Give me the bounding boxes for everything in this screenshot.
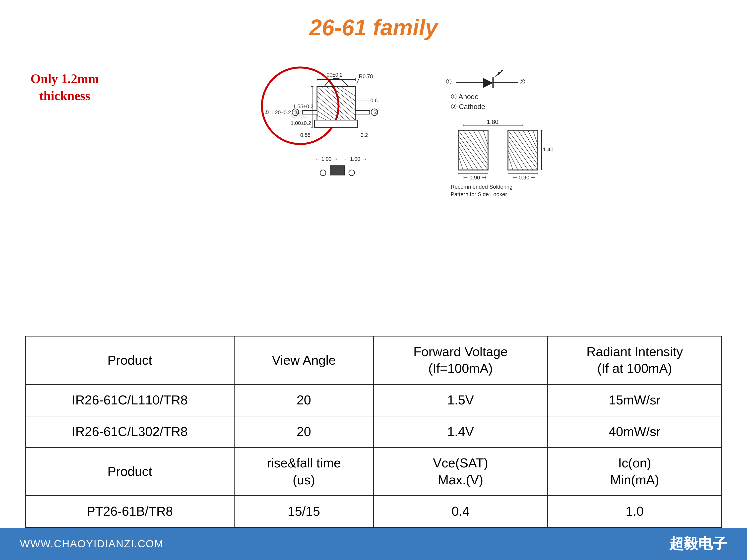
svg-line-83 xyxy=(508,140,528,170)
table-row-2: IR26-61C/L302/TR8 20 1.4V 40mW/sr xyxy=(25,416,722,448)
row2-fv: 1.4V xyxy=(374,416,547,448)
row3-ic: 1.0 xyxy=(547,496,722,527)
svg-text:Pattern for Side Looker: Pattern for Side Looker xyxy=(451,191,507,197)
header-radiant-intensity: Radiant Intensity (If at 100mA) xyxy=(547,336,722,384)
header-rise-fall: rise&fall time (us) xyxy=(234,448,374,496)
svg-line-18 xyxy=(317,106,336,120)
svg-line-68 xyxy=(483,130,488,145)
svg-text:1.80: 1.80 xyxy=(487,118,498,125)
svg-line-13 xyxy=(336,87,355,101)
table-row-3: PT26-61B/TR8 15/15 0.4 1.0 xyxy=(25,496,722,527)
svg-line-7 xyxy=(357,79,359,84)
svg-text:0.2: 0.2 xyxy=(361,132,368,138)
svg-line-73 xyxy=(458,155,463,170)
svg-rect-23 xyxy=(355,110,370,114)
svg-text:①: ① xyxy=(294,109,299,115)
specs-table: Product View Angle Forward Voltage (If=1… xyxy=(25,336,722,528)
main-container: 26-61 family Only 1.2mm thickness Ofit. xyxy=(0,0,747,560)
svg-line-19 xyxy=(317,110,331,120)
svg-text:0.6: 0.6 xyxy=(370,98,378,103)
svg-line-84 xyxy=(508,145,523,170)
svg-text:00±0.2: 00±0.2 xyxy=(327,72,343,78)
header-view-angle: View Angle xyxy=(234,336,374,384)
svg-line-86 xyxy=(508,155,513,170)
svg-text:① Anode: ① Anode xyxy=(451,93,479,101)
left-label: Only 1.2mm thickness xyxy=(30,51,100,104)
diagram-section: Only 1.2mm thickness Ofit. 00±0.2 xyxy=(0,51,747,333)
footer-company: 超毅电子 xyxy=(669,534,727,554)
svg-line-65 xyxy=(468,130,488,160)
diagrams-center: Ofit. 00±0.2 R0.78 xyxy=(100,51,717,202)
row2-product: IR26-61C/L302/TR8 xyxy=(25,416,234,448)
row1-view: 20 xyxy=(234,384,374,416)
svg-line-63 xyxy=(458,130,488,170)
svg-text:② Cathode: ② Cathode xyxy=(451,103,485,110)
table-header-row-1: Product View Angle Forward Voltage (If=1… xyxy=(25,336,722,384)
svg-line-66 xyxy=(473,130,488,155)
header-forward-voltage: Forward Voltage (If=100mA) xyxy=(374,336,547,384)
main-component-diagram: Ofit. 00±0.2 R0.78 xyxy=(249,55,423,180)
footer: WWW.CHAOYIDIANZI.COM 超毅电子 xyxy=(0,528,747,560)
svg-text:← 1.00 →: ← 1.00 → xyxy=(314,156,338,162)
schematic-symbol: ① ② xyxy=(443,63,531,113)
svg-rect-45 xyxy=(330,165,344,175)
right-diagrams: ① ② xyxy=(443,63,568,202)
row3-product: PT26-61B/TR8 xyxy=(25,496,234,527)
row1-fv: 1.5V xyxy=(374,384,547,416)
title-section: 26-61 family xyxy=(0,0,747,51)
svg-line-12 xyxy=(331,87,355,106)
row3-vce: 0.4 xyxy=(374,496,547,527)
svg-line-15 xyxy=(317,91,351,120)
row1-ri: 15mW/sr xyxy=(547,384,722,416)
svg-point-43 xyxy=(320,170,326,176)
header-ic: Ic(on) Min(mA) xyxy=(547,448,722,496)
svg-text:R0.78: R0.78 xyxy=(359,74,373,79)
header-product-1: Product xyxy=(25,336,234,384)
svg-rect-22 xyxy=(303,110,317,114)
top-diagrams: Ofit. 00±0.2 R0.78 xyxy=(100,55,717,202)
svg-line-81 xyxy=(533,130,538,145)
svg-line-76 xyxy=(508,130,538,170)
svg-text:1.40: 1.40 xyxy=(543,146,553,153)
table-section: Product View Angle Forward Voltage (If=1… xyxy=(0,336,747,528)
thickness-label: Only 1.2mm thickness xyxy=(30,71,100,104)
table-row-1: IR26-61C/L110/TR8 20 1.5V 15mW/sr xyxy=(25,384,722,416)
svg-text:0.55: 0.55 xyxy=(300,132,310,138)
row3-rise-fall: 15/15 xyxy=(234,496,374,527)
svg-text:①: ① xyxy=(446,78,452,86)
svg-text:1.00±0.2: 1.00±0.2 xyxy=(290,120,311,126)
svg-text:⊢ 0.90 ⊣: ⊢ 0.90 ⊣ xyxy=(463,175,486,181)
svg-text:Recommended Soldering: Recommended Soldering xyxy=(451,184,512,190)
row1-product: IR26-61C/L110/TR8 xyxy=(25,384,234,416)
svg-rect-34 xyxy=(314,120,358,128)
svg-line-78 xyxy=(518,130,538,160)
svg-text:②: ② xyxy=(519,78,525,86)
svg-text:⊢ 0.90 ⊣: ⊢ 0.90 ⊣ xyxy=(512,175,536,181)
svg-line-79 xyxy=(523,130,538,155)
svg-marker-48 xyxy=(483,78,493,88)
svg-text:1.55±0.2: 1.55±0.2 xyxy=(293,104,313,109)
header-product-2: Product xyxy=(25,448,234,496)
svg-text:②: ② xyxy=(373,109,378,115)
svg-line-70 xyxy=(458,140,478,170)
svg-point-44 xyxy=(349,170,355,176)
svg-text:① 1.20±0.2: ① 1.20±0.2 xyxy=(264,109,291,115)
svg-line-14 xyxy=(341,87,355,96)
solder-pattern-diagram: 1.80 xyxy=(443,118,568,202)
svg-line-71 xyxy=(458,145,473,170)
svg-text:← 1.00 →: ← 1.00 → xyxy=(343,156,367,162)
table-header-row-2: Product rise&fall time (us) Vce(SAT) Max… xyxy=(25,448,722,496)
header-vce: Vce(SAT) Max.(V) xyxy=(374,448,547,496)
page-title: 26-61 family xyxy=(309,15,437,40)
row2-ri: 40mW/sr xyxy=(547,416,722,448)
row2-view: 20 xyxy=(234,416,374,448)
footer-url: WWW.CHAOYIDIANZI.COM xyxy=(20,538,163,550)
